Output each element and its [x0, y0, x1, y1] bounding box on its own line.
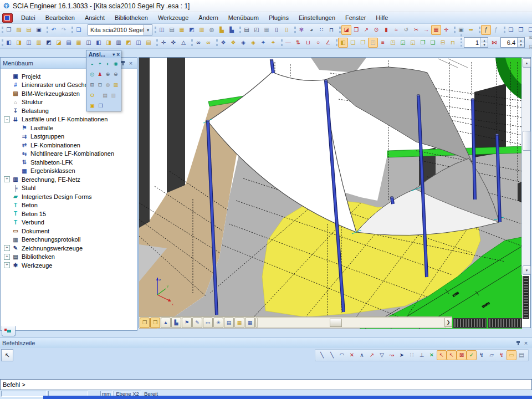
ruler-icon[interactable]: ▭ [507, 350, 516, 360]
endpoint-snap-icon[interactable]: ↗ [367, 350, 377, 360]
fe-mesh-icon[interactable]: ◍ [207, 25, 217, 35]
pointer-cursor-icon[interactable]: ↖ [1, 349, 13, 361]
save-all-icon[interactable]: ▤ [24, 25, 34, 35]
node-display-icon[interactable]: ✳ [213, 318, 223, 328]
horizontal-scrollbar-thumb[interactable] [330, 319, 342, 327]
vertical-scrollbar-thumb[interactable] [523, 131, 531, 151]
select-cursor-icon[interactable]: ✜ [168, 38, 178, 48]
tree-expander-icon[interactable]: + [4, 254, 10, 260]
close-icon[interactable]: × [127, 59, 135, 67]
camera-icon[interactable]: ▤ [101, 91, 109, 100]
tree-item-ergebnisklassen[interactable]: ▦ Ergebnisklassen [1, 167, 137, 176]
select-move-icon[interactable]: ↗ [361, 25, 371, 35]
text-edit-icon[interactable]: ✎ [192, 318, 202, 328]
project-select[interactable]: Kita scia2010 Segel ▾ [88, 24, 152, 35]
coordinates-icon[interactable]: ◩ [187, 25, 197, 35]
angle-icon[interactable]: ∠ [323, 38, 333, 48]
grid-point-snap-icon[interactable]: ∷ [407, 350, 417, 360]
axo-view-icon[interactable]: ▲ [161, 318, 171, 328]
arc-snap-icon[interactable]: ◠ [337, 350, 347, 360]
document-blue-icon[interactable]: ▯ [272, 25, 282, 35]
menu-aendern[interactable]: Ändern [193, 13, 223, 22]
haunch-icon[interactable]: ▥ [34, 38, 44, 48]
tree-item-dokument[interactable]: ▭ Dokument [1, 227, 137, 236]
smoothing-icon[interactable]: ≋ [526, 33, 532, 43]
activity-6-icon[interactable]: ✦ [268, 38, 278, 48]
polar-snap-icon[interactable]: ↯ [477, 350, 487, 360]
subregion-icon[interactable]: ◧ [94, 38, 104, 48]
rib-icon[interactable]: ◫ [24, 38, 34, 48]
pin-icon[interactable] [514, 339, 522, 347]
select-lock-icon[interactable]: ⊙ [371, 25, 381, 35]
scroll-right-icon[interactable]: ❯ [444, 318, 452, 327]
printer-icon[interactable]: ▤ [242, 25, 252, 35]
menu-bibliotheken[interactable]: Bibliotheken [110, 13, 153, 22]
select-polygon-icon[interactable]: △ [178, 38, 188, 48]
labels-icon[interactable]: ◱ [408, 38, 418, 48]
activity-2-icon[interactable]: ❖ [228, 38, 238, 48]
menu-einstellungen[interactable]: Einstellungen [294, 13, 340, 22]
line-snap-1-icon[interactable]: ╲ [317, 350, 327, 360]
tree-item-zeichnungswerkzeuge[interactable]: + ✎ Zeichnungswerkzeuge [1, 244, 137, 253]
profile-library-icon[interactable]: ⊓ [326, 25, 336, 35]
shell-icon[interactable]: ▤ [64, 38, 74, 48]
units-icon[interactable]: ◫ [157, 25, 167, 35]
column-icon[interactable]: ◧ [4, 38, 14, 48]
beam-icon[interactable]: ◨ [14, 38, 24, 48]
result-scale-spinner[interactable]: 6.4 ▴▾ [500, 37, 525, 48]
wireframe-icon[interactable]: ❏ [348, 38, 358, 48]
calculator-small-icon[interactable]: ▦ [262, 25, 272, 35]
select-table-icon[interactable]: ▦ [431, 25, 441, 35]
opening-icon[interactable]: ◫ [84, 38, 94, 48]
select-arrow-icon[interactable]: → [421, 25, 431, 35]
perpendicular-snap-icon[interactable]: ⊥ [417, 350, 427, 360]
panel-icon[interactable]: ▦ [74, 38, 84, 48]
ansicht-toolbar-header[interactable]: Ansi... ▾ × [86, 50, 121, 58]
search-attribute-icon[interactable]: ◕ [306, 25, 316, 35]
tree-item-beton[interactable]: T Beton [1, 201, 137, 210]
activity-1-icon[interactable]: ❖ [218, 38, 228, 48]
tree-item-lf-kombinationen[interactable]: ⇄ LF-Kombinationen [1, 141, 137, 150]
tree-item-berechnungsprotokoll[interactable]: ▥ Berechnungsprotokoll [1, 236, 137, 244]
solid-mode-icon[interactable]: ❒ [140, 318, 150, 328]
table-blue-icon[interactable]: ▦ [245, 318, 255, 328]
menu-fenster[interactable]: Fenster [340, 13, 371, 22]
select-target-icon[interactable]: ✛ [441, 25, 451, 35]
tree-item-berechnung-fe-netz[interactable]: + ▥ Berechnung, FE-Netz [1, 175, 137, 184]
load-panel-icon[interactable]: ◩ [124, 38, 134, 48]
line-icon[interactable]: — [283, 38, 293, 48]
document-note-icon[interactable]: ▯ [282, 25, 291, 35]
zoom-in-icon[interactable]: ⊕ [104, 70, 112, 79]
snap-mode-2-icon[interactable]: ↖ [447, 350, 457, 360]
zoom-all-icon[interactable]: ⊡ [96, 80, 104, 89]
scia-logo-icon[interactable] [2, 13, 13, 23]
glasses-yellow-icon[interactable]: ∞ [203, 38, 213, 48]
tree-item-bibliotheken[interactable]: + ▤ Bibliotheken [1, 253, 137, 262]
load-scale-icon[interactable]: ⋈ [489, 38, 499, 48]
spinner-arrows-icon[interactable]: ▴▾ [517, 38, 524, 47]
layers-icon[interactable]: ▤ [167, 25, 177, 35]
internal-node-icon[interactable]: ◨ [104, 38, 114, 48]
view-z-icon[interactable]: ◐ [104, 59, 112, 68]
line-snap-2-icon[interactable]: ╲ [327, 350, 337, 360]
tree-item-verbund[interactable]: T Verbund [1, 218, 137, 227]
intersection-snap-icon[interactable]: ✕ [427, 350, 437, 360]
new-document-icon[interactable]: ❐ [4, 25, 14, 35]
spinner-arrows-icon[interactable]: ▴▾ [480, 38, 488, 47]
results-chart-icon[interactable]: ▙ [171, 318, 181, 328]
select-add-icon[interactable]: ✛ [158, 38, 168, 48]
track-snap-icon[interactable]: ↯ [497, 350, 507, 360]
tree-item-lastfaelle-lf-kombinationen[interactable]: - ⇊ Lastfälle und LF-Kombinationen [1, 115, 137, 124]
tree-item-stahlbeton-lfk[interactable]: ⇅ Stahlbeton-LFK [1, 158, 137, 167]
menu-ansicht[interactable]: Ansicht [80, 13, 110, 22]
light-icon[interactable]: ʘ [88, 91, 96, 100]
select-curve-icon[interactable]: ≈ [391, 25, 401, 35]
truss-icon[interactable]: ◫ [134, 38, 144, 48]
save-icon[interactable]: ▣ [34, 25, 44, 35]
surface-icon[interactable]: ❐ [358, 38, 368, 48]
view-y-icon[interactable]: ◓ [96, 59, 104, 68]
select-rect-icon[interactable]: ❒ [351, 25, 361, 35]
open-project-icon[interactable]: ▨ [14, 25, 24, 35]
circle-icon[interactable]: ○ [313, 38, 323, 48]
walk-mode-icon[interactable]: ♟ [96, 70, 104, 79]
